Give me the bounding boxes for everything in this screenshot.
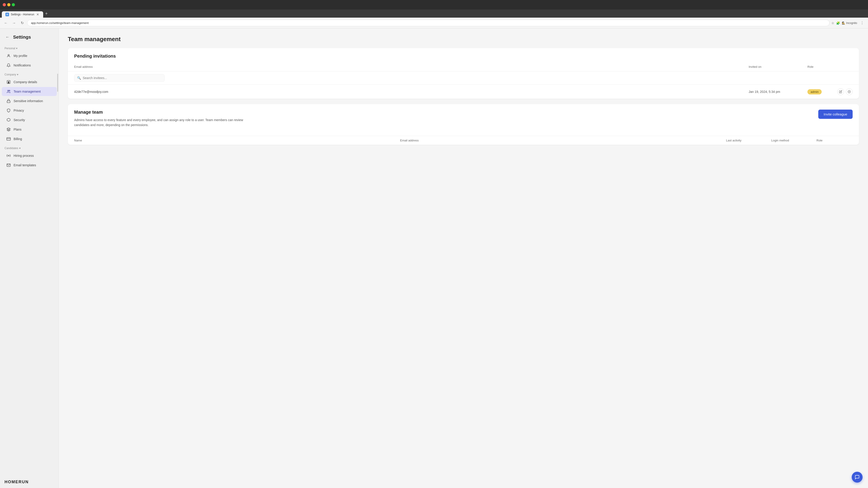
bell-icon	[6, 63, 11, 68]
close-window-btn[interactable]	[3, 3, 6, 6]
invitation-date: Jan 19, 2024, 5:34 pm	[749, 90, 807, 94]
sidebar-item-security[interactable]: Security	[2, 116, 57, 125]
sidebar-item-label: Security	[13, 118, 25, 122]
tab-favicon: H	[5, 13, 9, 16]
sidebar-item-my-profile[interactable]: My profile	[2, 51, 57, 60]
sidebar-item-plans[interactable]: Plans	[2, 125, 57, 134]
invitation-role-cell: admin	[807, 88, 852, 95]
forward-nav-btn[interactable]: →	[11, 20, 17, 26]
search-icon: 🔍	[77, 76, 81, 80]
cube-icon	[6, 118, 11, 122]
sidebar-item-label: Email templates	[13, 163, 36, 167]
new-tab-btn[interactable]: +	[43, 11, 50, 16]
extensions-icon[interactable]: 🧩	[836, 21, 840, 25]
manage-team-card: Manage team Admins have access to every …	[68, 104, 859, 145]
svg-point-3	[9, 90, 10, 91]
search-wrapper[interactable]: 🔍	[74, 74, 164, 82]
manage-team-title: Manage team	[74, 109, 255, 118]
sidebar-item-email-templates[interactable]: Email templates	[2, 161, 57, 170]
card-icon	[6, 137, 11, 141]
page-title: Team management	[68, 36, 859, 43]
role-column-header: Role	[816, 139, 852, 142]
pending-invitations-card: Pending invitations Email address Invite…	[68, 48, 859, 99]
manage-team-header-area: Manage team Admins have access to every …	[68, 104, 859, 132]
sidebar-item-hiring-process[interactable]: Hiring process	[2, 151, 57, 160]
personal-section-label[interactable]: Personal ▾	[4, 47, 54, 50]
flow-icon	[6, 153, 11, 158]
svg-point-0	[8, 55, 9, 56]
maximize-window-btn[interactable]	[12, 3, 15, 6]
manage-team-description: Admins have access to every feature and …	[74, 118, 255, 128]
incognito-btn[interactable]: 🕵 Incognito	[842, 22, 857, 25]
name-column-header: Name	[74, 139, 400, 142]
email-column-header: Email address	[74, 65, 749, 68]
minimize-window-btn[interactable]	[7, 3, 10, 6]
role-column-header: Role	[807, 65, 852, 68]
back-button[interactable]: ←	[4, 34, 10, 40]
sidebar-item-privacy[interactable]: Privacy	[2, 106, 57, 115]
last-activity-column-header: Last activity	[726, 139, 771, 142]
lock-icon	[6, 99, 11, 103]
sidebar-item-sensitive-information[interactable]: Sensitive information	[2, 96, 57, 105]
invite-colleague-btn[interactable]: Invite colleague	[818, 109, 852, 119]
company-section-label[interactable]: Company ▾	[4, 73, 54, 76]
person-icon	[6, 54, 11, 58]
manage-team-title-area: Manage team Admins have access to every …	[74, 109, 255, 132]
incognito-icon: 🕵	[842, 22, 845, 25]
invitation-row: 42de77e@moodjoy.com Jan 19, 2024, 5:34 p…	[68, 85, 859, 99]
email-column-header: Email address	[400, 139, 726, 142]
candidates-section: Candidates ▾	[0, 144, 59, 151]
sidebar-logo: HOMERUN	[0, 476, 59, 488]
sidebar-item-label: Company details	[13, 80, 37, 84]
svg-point-2	[8, 90, 9, 91]
sidebar-item-label: Notifications	[13, 64, 31, 67]
action-buttons	[837, 88, 852, 95]
sidebar-item-notifications[interactable]: Notifications	[2, 61, 57, 70]
svg-rect-4	[7, 101, 10, 103]
svg-marker-5	[7, 128, 10, 130]
bookmark-icon[interactable]: ☆	[831, 21, 834, 25]
app-layout: ← Settings Personal ▾ My profile	[0, 29, 868, 488]
browser-chrome	[0, 0, 868, 9]
svg-point-8	[8, 155, 9, 156]
sidebar-scrollbar	[57, 74, 58, 92]
url-bar[interactable]: app.homerun.co/settings/team-management	[27, 20, 830, 26]
invited-on-column-header: Invited on	[749, 65, 807, 68]
sidebar: ← Settings Personal ▾ My profile	[0, 29, 59, 488]
tab-close-btn[interactable]: ✕	[36, 13, 39, 16]
sidebar-header: ← Settings	[0, 29, 59, 44]
more-options-btn[interactable]: ⋮	[859, 20, 865, 26]
building-icon	[6, 80, 11, 84]
manage-team-table-header: Name Email address Last activity Login m…	[68, 136, 859, 145]
incognito-label: Incognito	[846, 22, 857, 25]
tab-title: Settings - Homerun	[11, 13, 34, 16]
company-section: Company ▾	[0, 70, 59, 77]
svg-rect-6	[7, 138, 11, 140]
email-icon	[6, 163, 11, 167]
search-row: 🔍	[68, 71, 859, 85]
role-badge: admin	[807, 89, 822, 94]
sidebar-item-label: My profile	[13, 54, 27, 58]
sidebar-scroll: Personal ▾ My profile Notifications	[0, 44, 59, 476]
back-nav-btn[interactable]: ←	[3, 20, 9, 26]
edit-invitation-btn[interactable]	[837, 88, 844, 95]
candidates-section-label[interactable]: Candidates ▾	[4, 147, 54, 150]
address-bar: ← → ↻ app.homerun.co/settings/team-manag…	[0, 18, 868, 29]
sidebar-item-team-management[interactable]: Team management	[2, 87, 57, 96]
window-controls	[3, 3, 15, 6]
login-method-column-header: Login method	[771, 139, 816, 142]
chat-button[interactable]	[852, 472, 863, 483]
sidebar-title: Settings	[13, 35, 31, 40]
delete-invitation-btn[interactable]	[846, 88, 852, 95]
invitations-table-header: Email address Invited on Role	[68, 62, 859, 71]
reload-btn[interactable]: ↻	[19, 20, 25, 26]
sidebar-item-label: Billing	[13, 137, 22, 141]
chevron-down-icon: ▾	[17, 73, 18, 76]
sidebar-item-billing[interactable]: Billing	[2, 134, 57, 143]
sidebar-item-label: Hiring process	[13, 154, 34, 158]
layers-icon	[6, 127, 11, 132]
search-invitees-input[interactable]	[83, 76, 162, 80]
sidebar-item-company-details[interactable]: Company details	[2, 77, 57, 87]
active-tab[interactable]: H Settings - Homerun ✕	[2, 11, 43, 18]
sidebar-item-label: Team management	[13, 90, 41, 93]
